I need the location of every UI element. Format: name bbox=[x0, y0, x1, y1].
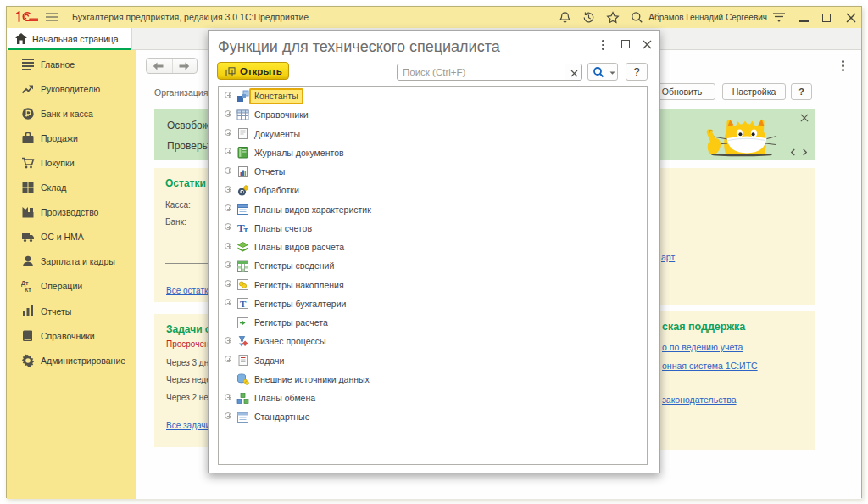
svg-text:Дт: Дт bbox=[21, 280, 29, 287]
svg-text:т: т bbox=[244, 225, 248, 234]
svg-text:Т: Т bbox=[240, 299, 247, 309]
svg-text:Кт: Кт bbox=[25, 287, 31, 293]
